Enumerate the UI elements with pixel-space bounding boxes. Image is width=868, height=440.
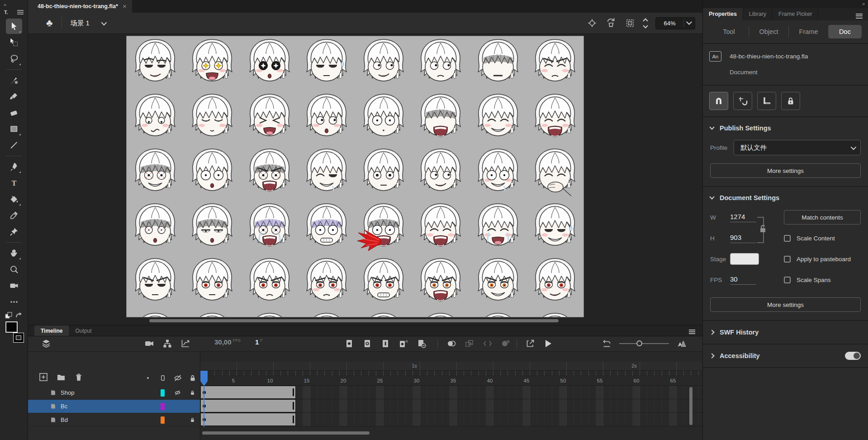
zoom-stepper[interactable]: [644, 19, 647, 28]
tool-paint-bucket[interactable]: [6, 191, 22, 207]
frame-row-Bc[interactable]: [200, 399, 702, 413]
lock-guides-button[interactable]: [781, 92, 800, 110]
rulers-button[interactable]: [757, 92, 776, 110]
tool-line[interactable]: [6, 138, 22, 153]
stage-expression-redcalm[interactable]: [184, 257, 241, 311]
scale-spans-checkbox[interactable]: [784, 277, 791, 283]
stage-expression-shadowed[interactable]: [470, 38, 526, 92]
document-tab[interactable]: 48-bc-thieu-nien-toc-trang.fla* ✕: [28, 0, 132, 13]
stage-expression-shy[interactable]: [127, 92, 184, 147]
tools-panel-menu-icon[interactable]: [17, 9, 24, 15]
visibility-column-icon[interactable]: [170, 373, 185, 383]
stage-expression-bored[interactable]: [298, 38, 355, 92]
tool-eyedropper[interactable]: [6, 208, 22, 223]
stage-expression-biglaugh[interactable]: [412, 202, 469, 257]
stage-expression-evilgrin[interactable]: [470, 257, 526, 311]
scene-name[interactable]: 场景 1: [70, 19, 90, 28]
tool-hand[interactable]: [6, 245, 22, 261]
tab-output[interactable]: Output: [69, 325, 98, 336]
stage-expression-happyblush[interactable]: [470, 92, 526, 147]
stage-expression-blank[interactable]: [184, 147, 241, 202]
tool-lasso[interactable]: [6, 51, 22, 67]
stage-expression-redglare[interactable]: [241, 257, 298, 311]
match-contents-button[interactable]: Match contents: [784, 210, 861, 225]
timeline-zoom-slider[interactable]: [619, 343, 669, 344]
stage-expression-smirkside[interactable]: [412, 147, 469, 202]
tool-subselection[interactable]: [6, 35, 22, 50]
pasteboard[interactable]: [28, 34, 702, 325]
tools-panel-tab[interactable]: T.: [4, 10, 8, 15]
frame-span[interactable]: [200, 399, 296, 412]
tool-asset-warp[interactable]: [6, 224, 22, 239]
stage-expression-sparkle[interactable]: [241, 38, 298, 92]
tool-zoom[interactable]: [6, 262, 22, 277]
stage-expression-horror[interactable]: [127, 202, 184, 257]
rotation-tool-icon[interactable]: [606, 18, 617, 29]
tool-more-options[interactable]: [6, 294, 22, 310]
timeline-zoom-slider-knob[interactable]: [636, 340, 642, 346]
clip-content-icon[interactable]: [625, 18, 636, 29]
accessibility-toggle[interactable]: [845, 352, 861, 360]
document-settings-header[interactable]: Document Settings: [703, 187, 868, 205]
default-colors-icon[interactable]: [5, 312, 13, 319]
stroke-color-swatch[interactable]: [14, 333, 24, 342]
collapse-tools-button[interactable]: «: [0, 0, 28, 7]
stage-expression-starry[interactable]: [184, 38, 241, 92]
tool-rectangle[interactable]: [6, 121, 22, 137]
tab-timeline[interactable]: Timeline: [34, 325, 69, 336]
timeline-zoom-fit-icon[interactable]: [676, 338, 687, 349]
paste-layers-icon[interactable]: [464, 338, 475, 349]
tool-classic-brush[interactable]: [6, 89, 22, 104]
publish-more-settings-button[interactable]: More settings: [710, 163, 861, 178]
width-field[interactable]: 1274: [730, 213, 756, 222]
frame-graph-icon[interactable]: [180, 338, 191, 349]
frames-vertical-scrollbar[interactable]: [689, 387, 693, 425]
subtab-doc[interactable]: Doc: [828, 25, 862, 38]
tool-eraser[interactable]: [6, 105, 22, 120]
new-layer-button[interactable]: [38, 372, 49, 383]
layer-color-swatch[interactable]: [161, 389, 165, 397]
outline-column-icon[interactable]: [155, 373, 170, 383]
stage-expression-winkdrool[interactable]: [298, 147, 355, 202]
frames-pane[interactable]: 1s2s 5101520253035404550556065: [200, 352, 702, 440]
scene-dropdown-icon[interactable]: [101, 19, 105, 27]
stage-expression-sidelook[interactable]: [412, 38, 469, 92]
stage-horizontal-scrollbar[interactable]: [149, 319, 559, 322]
stage-expression-scribble[interactable]: [412, 92, 469, 147]
frame-row-Bd[interactable]: [200, 413, 702, 426]
layer-row-Shop[interactable]: Shop: [28, 386, 200, 400]
tab-properties[interactable]: Properties: [703, 8, 743, 20]
stage-expression-wideshock[interactable]: [355, 92, 412, 147]
fps-value[interactable]: 30,00: [214, 338, 232, 346]
new-folder-button[interactable]: [56, 372, 66, 383]
timeline-menu-icon[interactable]: [689, 329, 695, 335]
swf-history-header[interactable]: SWF History: [703, 320, 868, 344]
zoom-level-dropdown[interactable]: 64%: [655, 17, 695, 29]
show-parenting-icon[interactable]: [162, 338, 173, 349]
collapse-panel-button[interactable]: »: [703, 0, 868, 8]
layer-row-Bd[interactable]: Bd: [28, 413, 200, 427]
remove-frames-icon[interactable]: [416, 338, 427, 349]
apply-pasteboard-checkbox[interactable]: [784, 256, 791, 263]
layer-name[interactable]: Bc: [61, 403, 140, 410]
stage-expression-blood[interactable]: [355, 202, 412, 257]
scene-symbol-icon[interactable]: ♣: [46, 17, 52, 29]
tab-frame-picker[interactable]: Frame Picker: [773, 8, 818, 20]
add-camera-icon[interactable]: [144, 338, 155, 349]
publish-settings-header[interactable]: Publish Settings: [703, 117, 868, 135]
tool-pen[interactable]: [6, 159, 22, 174]
stage-expression-rageshout[interactable]: [412, 257, 469, 311]
stage-expression-ragescream[interactable]: [241, 147, 298, 202]
highlight-column-icon[interactable]: [140, 373, 155, 383]
stage-expression-droolgrin[interactable]: [470, 147, 526, 202]
ruler-ticks[interactable]: [200, 371, 702, 376]
current-frame-value[interactable]: 1: [255, 338, 259, 346]
layer-name[interactable]: Shop: [61, 389, 140, 396]
properties-menu-icon[interactable]: [856, 12, 863, 19]
insert-blank-keyframe-icon[interactable]: [362, 338, 373, 349]
profile-dropdown[interactable]: 默认文件: [734, 140, 861, 155]
ruler-numbers[interactable]: 5101520253035404550556065: [200, 376, 702, 386]
insert-keyframe-icon[interactable]: [344, 338, 355, 349]
subtab-tool[interactable]: Tool: [709, 28, 749, 35]
document-more-settings-button[interactable]: More settings: [710, 297, 861, 312]
